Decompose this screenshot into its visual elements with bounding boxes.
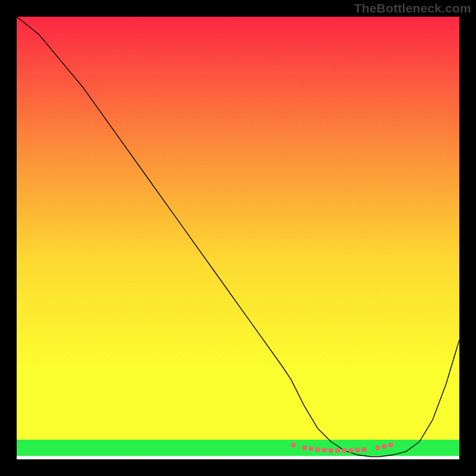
marker-point bbox=[335, 448, 340, 453]
marker-point bbox=[309, 446, 314, 451]
marker-point bbox=[389, 443, 393, 447]
marker-point bbox=[315, 447, 320, 452]
plot-area bbox=[17, 17, 459, 459]
marker-point bbox=[349, 448, 353, 453]
marker-point bbox=[302, 446, 307, 450]
marker-point bbox=[328, 448, 333, 453]
chart-container: TheBottleneck.com bbox=[0, 0, 476, 476]
marker-point bbox=[342, 448, 346, 453]
chart-svg bbox=[17, 17, 459, 459]
marker-point bbox=[375, 446, 380, 450]
marker-point bbox=[355, 447, 360, 452]
marker-point bbox=[291, 443, 296, 447]
watermark-text: TheBottleneck.com bbox=[354, 1, 471, 15]
marker-point bbox=[381, 444, 386, 449]
marker-point bbox=[322, 447, 327, 452]
plot-background bbox=[17, 17, 459, 459]
marker-point bbox=[362, 447, 367, 452]
